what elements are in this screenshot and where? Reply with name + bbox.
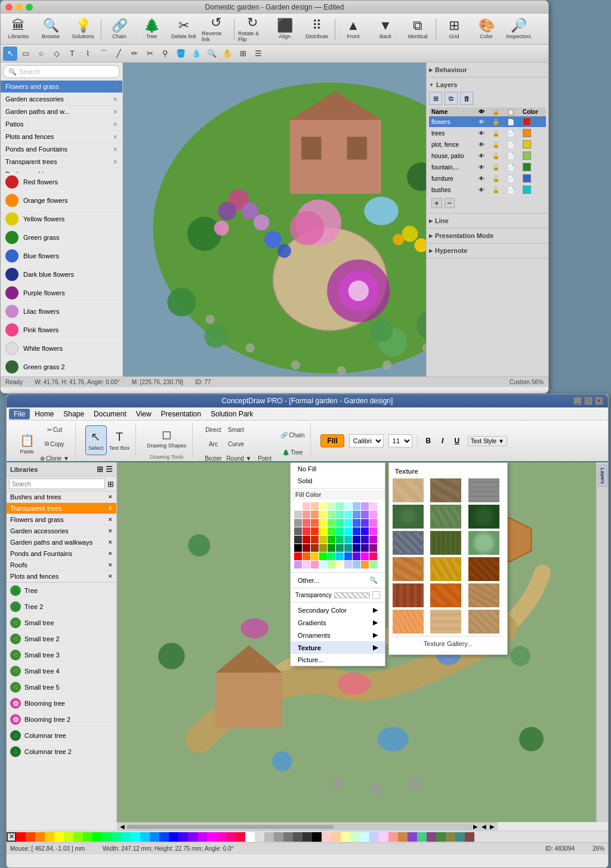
palette-color[interactable] bbox=[226, 832, 236, 842]
layer-plot-fence[interactable]: plot, fence 👁 🔓 📄 bbox=[429, 139, 546, 150]
underline-btn[interactable]: U bbox=[451, 435, 463, 447]
lib-item-blooming-tree2[interactable]: 🌸 Blooming tree 2 bbox=[7, 712, 116, 728]
scroll-thumb[interactable] bbox=[127, 825, 334, 829]
color-cell[interactable] bbox=[311, 552, 319, 560]
palette-color[interactable] bbox=[64, 832, 73, 842]
palette-color[interactable] bbox=[45, 832, 54, 842]
layer-house-patio-color[interactable] bbox=[523, 152, 531, 160]
toolbar-identical[interactable]: ⧉ Identical bbox=[402, 15, 433, 44]
lib-item-columnar-tree2[interactable]: 🌲 Columnar tree 2 bbox=[7, 744, 116, 760]
palette-color[interactable] bbox=[121, 832, 131, 842]
color-cell[interactable] bbox=[328, 511, 335, 518]
drawing-shapes-btn[interactable]: ◻ Drawing Shapes bbox=[146, 423, 187, 453]
color-cell[interactable] bbox=[369, 561, 377, 569]
layer-trees[interactable]: trees 👁 🔓 📄 bbox=[429, 128, 546, 139]
lib-cat-ponds[interactable]: Ponds and Fountains ✕ bbox=[7, 548, 116, 560]
color-cell[interactable] bbox=[369, 519, 377, 527]
lib-item-tree2[interactable]: 🌲 Tree 2 bbox=[7, 599, 116, 615]
color-cell[interactable] bbox=[344, 561, 352, 569]
layer-trees-color[interactable] bbox=[523, 129, 531, 137]
palette-color[interactable] bbox=[217, 832, 226, 842]
layer-flowers-lock[interactable]: 🔓 bbox=[492, 119, 499, 125]
lib-cat-accessories-close[interactable]: ✕ bbox=[108, 528, 113, 534]
paste-btn[interactable]: 📋 Paste bbox=[16, 429, 38, 459]
italic-btn[interactable]: I bbox=[437, 435, 449, 447]
cat-close-icon-5[interactable]: ✕ bbox=[113, 134, 118, 140]
lib-cat-roofs-close[interactable]: ✕ bbox=[108, 562, 113, 568]
color-cell[interactable] bbox=[328, 536, 335, 543]
diamond-tool[interactable]: ◇ bbox=[50, 47, 64, 61]
toolbar-delete-link[interactable]: ✂ Delete link bbox=[168, 15, 199, 44]
cat-patios[interactable]: Patios ✕ bbox=[1, 118, 122, 131]
picture-btn[interactable]: Picture... bbox=[291, 654, 385, 666]
layer-house-patio[interactable]: house, patio 👁 🔓 📄 bbox=[429, 150, 546, 162]
textbox-btn[interactable]: T Text Box bbox=[108, 425, 131, 455]
color-cell[interactable] bbox=[344, 552, 352, 560]
smart-btn[interactable]: Smart bbox=[225, 423, 246, 436]
color-cell[interactable] bbox=[353, 519, 360, 527]
pencil-tool[interactable]: ✏ bbox=[127, 47, 141, 61]
window-controls[interactable]: _ □ ✕ bbox=[573, 397, 603, 405]
color-cell[interactable] bbox=[353, 561, 360, 569]
color-cell[interactable] bbox=[303, 561, 310, 569]
texture-cell-13[interactable] bbox=[430, 583, 461, 607]
texture-btn[interactable]: Texture ▶ bbox=[291, 641, 385, 654]
select-tool[interactable]: ↖ bbox=[3, 47, 17, 61]
cat-flowers-grass[interactable]: Flowers and grass ✕ bbox=[1, 81, 122, 93]
layer-house-patio-lock[interactable]: 🔓 bbox=[492, 153, 499, 159]
palette-color[interactable] bbox=[169, 832, 178, 842]
palette-color[interactable] bbox=[283, 832, 293, 842]
arc-btn[interactable]: Arc bbox=[202, 437, 224, 450]
scroll-right2-btn[interactable]: ▶ bbox=[488, 823, 496, 830]
line-header[interactable]: ▶ Line bbox=[429, 216, 546, 226]
hypernote-header[interactable]: ▶ Hypernote bbox=[429, 246, 546, 255]
layer-trees-lock[interactable]: 🔓 bbox=[492, 130, 499, 137]
menu-view[interactable]: View bbox=[131, 409, 156, 419]
menu-presentation[interactable]: Presentation bbox=[156, 409, 206, 419]
toolbar-inspectors[interactable]: 🔎 Inspectors bbox=[503, 15, 534, 44]
transparency-bar[interactable] bbox=[334, 592, 370, 598]
palette-color[interactable] bbox=[446, 832, 455, 842]
lib-item-columnar-tree[interactable]: 🌲 Columnar tree bbox=[7, 728, 116, 744]
color-cell[interactable] bbox=[344, 536, 352, 543]
layers-header[interactable]: ▼ Layers bbox=[429, 80, 546, 89]
color-cell[interactable] bbox=[328, 552, 335, 560]
texture-cell-17[interactable] bbox=[468, 610, 499, 634]
scroll-left-btn[interactable]: ◀ bbox=[118, 823, 126, 830]
layer-plot-fence-lock[interactable]: 🔓 bbox=[492, 141, 499, 148]
lib-cat-bushes[interactable]: Bushes and trees ✕ bbox=[7, 492, 116, 503]
palette-color[interactable] bbox=[198, 832, 207, 842]
texture-cell-6[interactable] bbox=[393, 531, 424, 555]
palette-color[interactable] bbox=[159, 832, 169, 842]
color-cell[interactable] bbox=[361, 561, 369, 569]
cat-close-icon-6[interactable]: ✕ bbox=[113, 146, 118, 153]
texture-cell-3[interactable] bbox=[393, 505, 424, 529]
lib-cat-accessories[interactable]: Garden accessories ✕ bbox=[7, 526, 116, 537]
color-cell[interactable] bbox=[311, 502, 319, 510]
ellipse-tool[interactable]: ○ bbox=[34, 47, 48, 61]
lib-icon-btn[interactable]: ⊞ bbox=[97, 465, 103, 474]
palette-color[interactable] bbox=[264, 832, 274, 842]
color-cell[interactable] bbox=[319, 511, 327, 518]
lib-cat-bushes-close[interactable]: ✕ bbox=[108, 494, 113, 500]
color-cell[interactable] bbox=[303, 527, 310, 535]
presentation-header[interactable]: ▶ Presentation Mode bbox=[429, 231, 546, 240]
color-cell[interactable] bbox=[353, 544, 360, 552]
lib-cat-roofs[interactable]: Roofs ✕ bbox=[7, 560, 116, 571]
color-cell[interactable] bbox=[336, 502, 344, 510]
color-cell[interactable] bbox=[336, 561, 344, 569]
layer-bushes-lock[interactable]: 🔓 bbox=[492, 187, 499, 193]
menu-shape[interactable]: Shape bbox=[58, 409, 89, 419]
curve-btn[interactable]: Curve bbox=[225, 437, 246, 450]
cat-close-icon-2[interactable]: ✕ bbox=[113, 96, 118, 103]
color-cell[interactable] bbox=[311, 519, 319, 527]
palette-color[interactable] bbox=[322, 832, 331, 842]
color-cell[interactable] bbox=[294, 527, 302, 535]
shape-green-grass[interactable]: Green grass bbox=[1, 228, 122, 247]
palette-color[interactable] bbox=[245, 832, 255, 842]
palette-color[interactable] bbox=[312, 832, 322, 842]
bold-btn[interactable]: B bbox=[422, 435, 434, 447]
cat-transparent-trees[interactable]: Transparent trees ✕ bbox=[1, 156, 122, 168]
palette-color[interactable] bbox=[350, 832, 360, 842]
shape-dark-blue-flowers[interactable]: Dark blue flowers bbox=[1, 265, 122, 284]
